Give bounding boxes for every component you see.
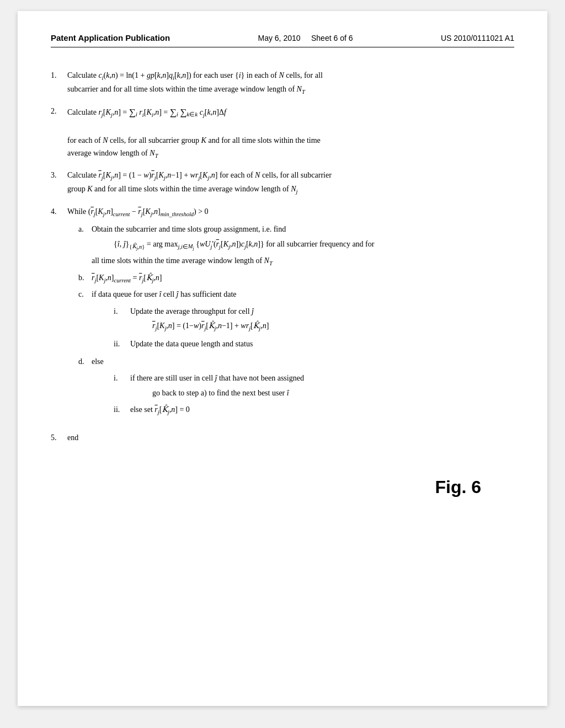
ss-i-label: i. (114, 306, 130, 318)
list-item-3: 3. Calculate rj[Kj,n] = (1 − w)rj[Kj,n−1… (51, 169, 514, 196)
list-item-2: 2. Calculate rj[Kj,n] = ∑i ri[Ki,n] = ∑i… (51, 105, 514, 160)
date-text: May 6, 2010 (258, 34, 300, 42)
item-1-text: Calculate ci(k,n) = ln(1 + gp[k,n]qi[k,n… (67, 71, 323, 79)
item-2-continuation-2: average window length of NT (67, 147, 514, 161)
sub-a-label: a. (78, 223, 92, 235)
sub-d-label: d. (78, 356, 92, 368)
item-4-sub-a: a. Obtain the subcarrier and time slots … (78, 223, 514, 420)
ss-d-i-goto: go back to step a) to find the next best… (152, 387, 514, 399)
item-1-number: 1. (51, 69, 67, 82)
sub-item-d: d. else i. if there are still user in ce… (78, 356, 514, 420)
item-2-number: 2. (51, 105, 67, 117)
main-content: 1. Calculate ci(k,n) = ln(1 + gp[k,n]qi[… (51, 69, 514, 444)
ss-i-formula: rj[Kj,n] = (1−w)rj[K̂j,n−1] + wrj[K̂j,n] (152, 320, 514, 334)
item-1-content: Calculate ci(k,n) = ln(1 + gp[k,n]qi[k,n… (67, 69, 514, 97)
sub-c-content: if data queue for user î cell ĵ has suff… (92, 288, 514, 352)
ss-ii-content: Update the data queue length and status (130, 338, 514, 350)
item-3-number: 3. (51, 169, 67, 181)
sub-sub-d-ii: ii. else set rj[K̂j,n] = 0 (114, 404, 514, 417)
publication-title: Patent Application Publication (51, 33, 170, 42)
sub-d-sub: i. if there are still user in cell ĵ tha… (103, 372, 514, 417)
sub-b-content: rj[Kj,n]current = rj[K̂j,n] (92, 272, 514, 286)
sub-sub-ii: ii. Update the data queue length and sta… (114, 338, 514, 350)
item-2-formula: Calculate rj[Kj,n] = ∑i ri[Ki,n] = ∑i ∑k… (67, 105, 514, 120)
ss-d-ii-content: else set rj[K̂j,n] = 0 (130, 404, 514, 417)
item-1-continuation: subcarrier and for all time slots within… (67, 85, 305, 93)
item-3-content: Calculate rj[Kj,n] = (1 − w)rj[Kj,n−1] +… (67, 169, 514, 196)
item-5-text: end (67, 433, 78, 442)
item-5-content: end (67, 432, 514, 444)
sub-c-sub: i. Update the average throughput for cel… (103, 306, 514, 350)
list-item-5: 5. end (51, 432, 514, 444)
item-4-content: While (rj[Kj,n]current − rj[Kj,n]min_thr… (67, 206, 514, 423)
algorithm-list: 1. Calculate ci(k,n) = ln(1 + gp[k,n]qi[… (51, 69, 514, 444)
ss-d-i-content: if there are still user in cell ĵ that h… (130, 372, 514, 402)
sub-c-label: c. (78, 288, 92, 301)
list-item-1: 1. Calculate ci(k,n) = ln(1 + gp[k,n]qi[… (51, 69, 514, 97)
sub-b-label: b. (78, 272, 92, 284)
sub-sub-i: i. Update the average throughput for cel… (114, 306, 514, 336)
sub-a-content: Obtain the subcarrier and time slots gro… (92, 223, 514, 268)
sub-item-c: c. if data queue for user î cell ĵ has s… (78, 288, 514, 352)
ss-d-ii-label: ii. (114, 404, 130, 416)
item-5-number: 5. (51, 432, 67, 444)
figure-label: Fig. 6 (51, 477, 514, 497)
publication-date: May 6, 2010 Sheet 6 of 6 (258, 34, 353, 42)
patent-number: US 2010/0111021 A1 (441, 34, 514, 42)
ss-ii-label: ii. (114, 338, 130, 350)
sub-a-continuation: all time slots within the time average w… (92, 255, 514, 269)
item-2-continuation: for each of N cells, for all subcarrier … (67, 122, 514, 147)
item-3-formula: Calculate rj[Kj,n] = (1 − w)rj[Kj,n−1] +… (67, 169, 514, 183)
ss-d-i-label: i. (114, 372, 130, 384)
list-item-4: 4. While (rj[Kj,n]current − rj[Kj,n]min_… (51, 206, 514, 423)
sub-item-a: a. Obtain the subcarrier and time slots … (78, 223, 514, 268)
item-4-number: 4. (51, 206, 67, 218)
sub-d-content: else i. if there are still user in cell … (92, 356, 514, 420)
ss-i-content: Update the average throughput for cell ĵ… (130, 306, 514, 336)
item-4-condition: While (rj[Kj,n]current − rj[Kj,n]min_thr… (67, 206, 514, 220)
page-header: Patent Application Publication May 6, 20… (51, 33, 514, 47)
sub-sub-d-i: i. if there are still user in cell ĵ tha… (114, 372, 514, 402)
item-2-content: Calculate rj[Kj,n] = ∑i ri[Ki,n] = ∑i ∑k… (67, 105, 514, 160)
sheet-text: Sheet 6 of 6 (311, 34, 353, 42)
sub-a-formula: {î, ĵ}{K̂j,n} = arg maxj,i∈Mj {wUj'(rj[K… (114, 238, 514, 253)
patent-page: Patent Application Publication May 6, 20… (18, 11, 547, 706)
item-3-continuation: group K and for all time slots within th… (67, 183, 514, 197)
sub-item-b: b. rj[Kj,n]current = rj[K̂j,n] (78, 272, 514, 286)
